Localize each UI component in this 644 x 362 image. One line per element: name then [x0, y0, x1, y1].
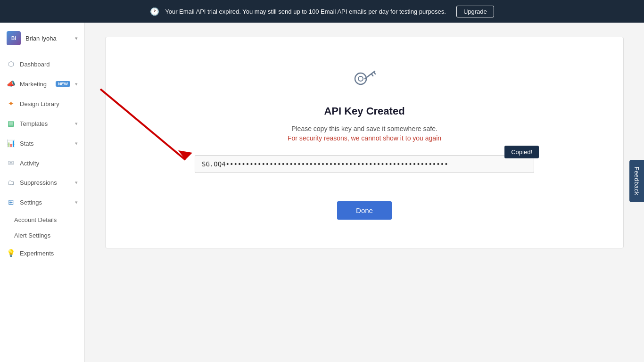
dashboard-icon: ⬡ — [7, 60, 15, 68]
sidebar-item-label: Settings — [20, 199, 70, 206]
api-key-input[interactable] — [195, 155, 534, 173]
sidebar-item-label: Dashboard — [20, 61, 78, 68]
sidebar-item-suppressions[interactable]: 🗂 Suppressions ▾ — [0, 173, 84, 192]
chevron-down-icon: ▾ — [75, 140, 78, 147]
chevron-down-icon: ▾ — [75, 81, 78, 87]
new-badge: NEW — [56, 81, 70, 87]
svg-line-3 — [372, 74, 373, 76]
banner-message: Your Email API trial expired. You may st… — [165, 8, 446, 15]
sidebar-item-experiments[interactable]: 💡 Experiments — [0, 243, 84, 263]
trial-banner: 🕐 Your Email API trial expired. You may … — [0, 0, 644, 23]
done-button[interactable]: Done — [337, 201, 392, 220]
stats-icon: 📊 — [7, 139, 15, 148]
sidebar-item-label: Activity — [20, 160, 78, 167]
experiments-icon: 💡 — [7, 249, 15, 257]
sidebar-item-account-details[interactable]: Account Details — [0, 212, 84, 228]
chevron-down-icon: ▾ — [75, 35, 78, 41]
activity-icon: ✉ — [7, 159, 15, 167]
sidebar-item-templates[interactable]: ▤ Templates ▾ — [0, 114, 84, 133]
suppressions-icon: 🗂 — [7, 179, 15, 187]
svg-marker-6 — [178, 150, 192, 160]
settings-icon: ⊞ — [7, 198, 15, 206]
content-area: API Key Created Please copy this key and… — [85, 23, 644, 362]
marketing-icon: 📣 — [7, 80, 15, 88]
sidebar-item-design-library[interactable]: ✦ Design Library — [0, 94, 84, 114]
key-icon — [350, 66, 379, 96]
chevron-down-icon: ▾ — [75, 180, 78, 186]
api-key-row: Copied! — [195, 155, 534, 173]
svg-point-1 — [358, 76, 363, 81]
sidebar-item-label: Templates — [20, 120, 70, 127]
svg-line-4 — [374, 72, 375, 74]
sidebar-item-marketing[interactable]: 📣 Marketing NEW ▾ — [0, 74, 84, 94]
clock-icon: 🕐 — [150, 7, 159, 16]
card-title: API Key Created — [324, 105, 405, 117]
card-warning: For security reasons, we cannot show it … — [288, 134, 441, 142]
svg-line-5 — [100, 89, 185, 160]
card-subtitle: Please copy this key and save it somewhe… — [291, 125, 438, 132]
avatar: BI — [7, 31, 21, 45]
sidebar-item-label: Stats — [20, 140, 70, 147]
sidebar-item-alert-settings[interactable]: Alert Settings — [0, 228, 84, 243]
chevron-down-icon: ▾ — [75, 121, 78, 127]
sidebar-item-activity[interactable]: ✉ Activity — [0, 153, 84, 173]
user-menu[interactable]: BI Brian Iyoha ▾ — [0, 23, 84, 54]
sidebar: BI Brian Iyoha ▾ ⬡ Dashboard 📣 Marketing… — [0, 23, 85, 362]
sidebar-item-settings[interactable]: ⊞ Settings ▾ — [0, 192, 84, 212]
sidebar-item-label: Experiments — [20, 250, 78, 257]
api-key-card: API Key Created Please copy this key and… — [105, 37, 624, 248]
copied-button[interactable]: Copied! — [504, 146, 539, 158]
feedback-button[interactable]: Feedback — [629, 160, 644, 202]
design-library-icon: ✦ — [7, 99, 15, 108]
sidebar-item-label: Suppressions — [20, 179, 70, 186]
sidebar-item-label: Design Library — [20, 100, 78, 107]
sidebar-item-stats[interactable]: 📊 Stats ▾ — [0, 133, 84, 153]
sidebar-item-label: Marketing — [20, 81, 51, 88]
chevron-down-icon: ▾ — [75, 199, 78, 206]
user-name: Brian Iyoha — [25, 35, 70, 42]
api-key-section: Copied! — [195, 155, 534, 187]
upgrade-button[interactable]: Upgrade — [456, 6, 494, 17]
main-layout: BI Brian Iyoha ▾ ⬡ Dashboard 📣 Marketing… — [0, 23, 644, 362]
sidebar-item-dashboard[interactable]: ⬡ Dashboard — [0, 54, 84, 74]
templates-icon: ▤ — [7, 119, 15, 128]
